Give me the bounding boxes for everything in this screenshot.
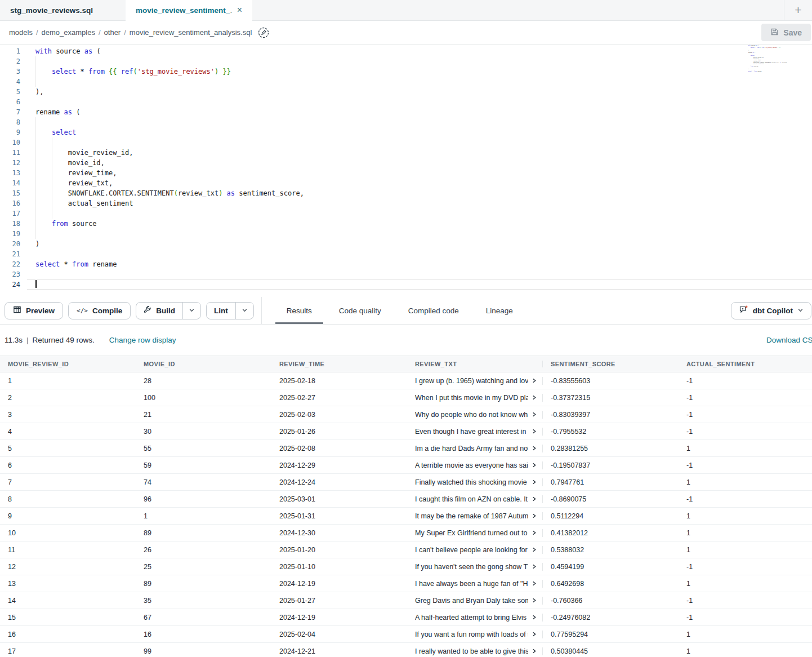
- table-row: 14352025-01-27Greg Davis and Bryan Daly …: [0, 592, 812, 609]
- table-header-row: MOVIE_REVIEW_IDMOVIE_IDREVIEW_TIMEREVIEW…: [0, 356, 812, 372]
- result-tabs: Results Code quality Compiled code Linea…: [275, 297, 524, 324]
- cell-movie_review_id: 15: [0, 614, 136, 622]
- tab-lineage[interactable]: Lineage: [475, 297, 524, 324]
- review-text: Why do people who do not know what…: [415, 411, 528, 419]
- breadcrumb-segment-models: models: [9, 28, 33, 37]
- review-text: If you want a fun romp with loads of s…: [415, 631, 528, 638]
- change-row-display-link[interactable]: Change row display: [109, 336, 176, 344]
- code-line: 2: [0, 56, 812, 66]
- tab-code-quality[interactable]: Code quality: [328, 297, 392, 324]
- code-line: 19: [0, 229, 812, 239]
- cell-review_txt: Finally watched this shocking movie la…: [407, 478, 543, 486]
- code-line: 17: [0, 208, 812, 219]
- cell-movie_review_id: 16: [0, 631, 136, 638]
- cell-review_time: 2025-02-27: [271, 394, 407, 402]
- code-line: 1with source as (: [0, 46, 812, 56]
- code-editor[interactable]: 1with source as (23 select * from {{ ref…: [0, 45, 812, 297]
- new-tab-button[interactable]: +: [784, 0, 812, 20]
- lint-button[interactable]: Lint: [207, 303, 235, 319]
- cell-sentiment_score: -0.24976082: [543, 614, 679, 622]
- cell-movie_id: 96: [136, 495, 271, 503]
- cell-review_txt: My Super Ex Girlfriend turned out to b…: [407, 529, 543, 537]
- expand-cell-icon[interactable]: [528, 412, 542, 417]
- save-button[interactable]: Save: [761, 24, 811, 41]
- cell-movie_id: 89: [136, 529, 271, 537]
- preview-button[interactable]: Preview: [5, 302, 63, 319]
- cell-actual_sentiment: 1: [679, 647, 812, 655]
- tab-compiled-code[interactable]: Compiled code: [397, 297, 470, 324]
- expand-cell-icon[interactable]: [528, 547, 542, 552]
- expand-cell-icon[interactable]: [528, 463, 542, 468]
- cell-sentiment_score: -0.37372315: [543, 394, 679, 402]
- cell-review_time: 2024-12-19: [271, 614, 407, 622]
- lint-label: Lint: [214, 307, 228, 315]
- expand-cell-icon[interactable]: [528, 480, 542, 485]
- cell-actual_sentiment: -1: [679, 394, 812, 402]
- cell-movie_id: 21: [136, 411, 271, 419]
- cell-sentiment_score: 0.5112294: [543, 512, 679, 520]
- expand-cell-icon[interactable]: [528, 378, 542, 383]
- cell-review_time: 2025-01-27: [271, 597, 407, 605]
- cell-actual_sentiment: 1: [679, 631, 812, 638]
- expand-cell-icon[interactable]: [528, 530, 542, 535]
- line-number: 7: [0, 107, 27, 117]
- dbt-copilot-button[interactable]: dbt Copilot: [731, 302, 811, 319]
- cell-review_txt: A terrible movie as everyone has said. …: [407, 461, 543, 469]
- tab-results[interactable]: Results: [275, 297, 323, 324]
- expand-cell-icon[interactable]: [528, 632, 542, 637]
- cell-review_txt: I can't believe people are looking for a…: [407, 546, 543, 554]
- expand-cell-icon[interactable]: [528, 615, 542, 620]
- close-tab-icon[interactable]: ×: [231, 5, 242, 15]
- build-button[interactable]: Build: [136, 303, 182, 319]
- column-header-actual_sentiment: ACTUAL_SENTIMENT: [679, 361, 812, 367]
- expand-cell-icon[interactable]: [528, 513, 542, 518]
- expand-cell-icon[interactable]: [528, 395, 542, 400]
- download-csv-link[interactable]: Download CSV: [766, 336, 812, 344]
- breadcrumb-separator: /: [33, 28, 42, 37]
- table-row: 17992024-12-21I really wanted to be able…: [0, 643, 812, 657]
- build-dropdown-button[interactable]: [182, 303, 200, 319]
- code-line: 15 SNOWFLAKE.CORTEX.SENTIMENT(review_txt…: [0, 188, 812, 198]
- compile-button[interactable]: </> Compile: [68, 302, 131, 319]
- review-text: I grew up (b. 1965) watching and lovin…: [415, 377, 528, 385]
- table-row: 912025-01-31It may be the remake of 1987…: [0, 508, 812, 525]
- build-button-group: Build: [136, 302, 201, 319]
- cell-review_time: 2025-01-26: [271, 428, 407, 436]
- code-line: 6: [0, 97, 812, 107]
- column-header-sentiment_score: SENTIMENT_SCORE: [543, 361, 679, 367]
- code-line: 10: [0, 137, 812, 148]
- tab-stg-movie-reviews[interactable]: stg_movie_reviews.sql: [0, 0, 126, 20]
- table-row: 10892024-12-30My Super Ex Girlfriend tur…: [0, 525, 812, 541]
- cell-review_time: 2025-02-03: [271, 411, 407, 419]
- cell-review_txt: If you want a fun romp with loads of s…: [407, 631, 543, 638]
- expand-cell-icon[interactable]: [528, 598, 542, 603]
- compile-label: Compile: [92, 307, 122, 315]
- line-number: 21: [0, 249, 27, 259]
- expand-cell-icon[interactable]: [528, 429, 542, 434]
- code-line: 14 review_txt,: [0, 178, 812, 188]
- review-text: Finally watched this shocking movie la…: [415, 478, 528, 486]
- cell-actual_sentiment: -1: [679, 614, 812, 622]
- cell-movie_review_id: 3: [0, 411, 136, 419]
- minimap[interactable]: with source as ( select * from {{ ref('s…: [748, 45, 787, 74]
- cell-actual_sentiment: -1: [679, 428, 812, 436]
- review-text: I have always been a huge fan of "Hom…: [415, 580, 528, 588]
- cell-movie_id: 16: [136, 631, 271, 638]
- lint-dropdown-button[interactable]: [235, 303, 253, 319]
- table-row: 8962025-03-01I caught this film on AZN o…: [0, 491, 812, 508]
- cell-movie_review_id: 2: [0, 394, 136, 402]
- line-number: 11: [0, 148, 27, 158]
- tab-movie-review-sentiment[interactable]: movie_review_sentiment_… ×: [126, 0, 252, 20]
- expand-cell-icon[interactable]: [528, 446, 542, 451]
- expand-cell-icon[interactable]: [528, 649, 542, 654]
- tab-label: stg_movie_reviews.sql: [10, 6, 93, 15]
- copilot-badge-icon[interactable]: [257, 26, 270, 39]
- review-text: If you haven't seen the gong show TV s…: [415, 563, 528, 571]
- cell-movie_id: 67: [136, 614, 271, 622]
- table-row: 7742024-12-24Finally watched this shocki…: [0, 474, 812, 491]
- cell-review_txt: Im a die hard Dads Army fan and nothi…: [407, 445, 543, 452]
- review-text: A terrible movie as everyone has said. …: [415, 461, 528, 469]
- expand-cell-icon[interactable]: [528, 581, 542, 586]
- expand-cell-icon[interactable]: [528, 496, 542, 501]
- expand-cell-icon[interactable]: [528, 564, 542, 569]
